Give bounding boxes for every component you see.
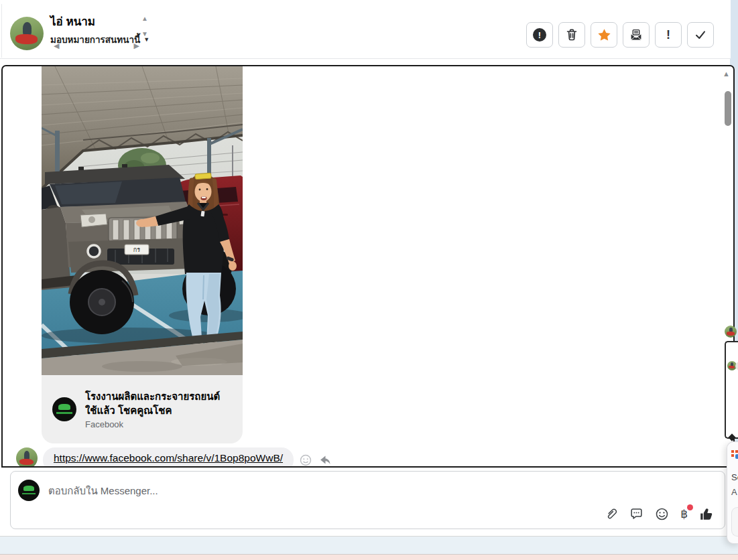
link-card-source: Facebook xyxy=(85,419,220,429)
step-up-icon[interactable]: ▲ xyxy=(141,15,148,22)
conversation-header: ไอ่ หนาม มอบหมายการสนทนานี้ ▼ ◀ ▶ ▲ ▼ ! xyxy=(0,0,731,59)
page-logo xyxy=(52,397,76,421)
header-stepper: ▲ ▼ xyxy=(141,15,148,38)
shared-link[interactable]: https://www.facebook.com/share/v/1Bop8po… xyxy=(54,452,283,464)
link-card-title-line2: ใช้แล้ว โชคคูณโชค xyxy=(85,405,172,416)
bottom-strip-blue xyxy=(0,536,738,554)
bottom-strip-pink xyxy=(0,554,738,560)
composer-page-logo xyxy=(18,480,40,501)
mark-unread-button[interactable] xyxy=(623,22,650,48)
message-bubble: https://www.facebook.com/share/v/1Bop8po… xyxy=(43,447,294,468)
trash-icon xyxy=(565,28,578,42)
payment-icon[interactable]: ฿ xyxy=(680,507,688,521)
like-thumb-icon[interactable] xyxy=(699,507,714,521)
add-reaction-icon[interactable] xyxy=(299,453,312,468)
step-down-icon[interactable]: ▼ xyxy=(141,31,148,38)
car-dealership-photo: กร xyxy=(42,66,243,375)
exclamation-icon: ! xyxy=(666,28,670,42)
reply-input[interactable] xyxy=(48,482,531,498)
reply-arrow-icon[interactable] xyxy=(318,453,332,468)
column-divider xyxy=(1,4,2,58)
link-preview-card[interactable]: โรงงานผลิตและกระจายรถยนต์ ใช้แล้ว โชคคูณ… xyxy=(42,375,243,443)
overlay-text-fragment-2: A xyxy=(731,487,737,497)
delete-button[interactable] xyxy=(558,22,585,48)
overlay-text-fragment-1: Se xyxy=(731,472,738,482)
overlay-extension-icon[interactable] xyxy=(731,450,738,459)
link-card-title-line1: โรงงานผลิตและกระจายรถยนต์ xyxy=(85,391,220,402)
star-button[interactable] xyxy=(591,22,617,48)
mark-done-button[interactable] xyxy=(687,22,714,48)
open-envelope-icon xyxy=(629,28,643,42)
baht-symbol: ฿ xyxy=(680,508,688,520)
prev-conversation-icon[interactable]: ◀ xyxy=(54,42,59,50)
scrollbar-thumb[interactable] xyxy=(725,91,731,126)
emoji-icon[interactable] xyxy=(655,507,669,521)
sender-avatar[interactable] xyxy=(16,447,38,468)
contact-name: ไอ่ หนาม xyxy=(50,12,95,30)
next-conversation-icon[interactable]: ▶ xyxy=(134,42,139,50)
notification-dot xyxy=(687,504,693,510)
contact-avatar[interactable] xyxy=(10,17,44,50)
exclamation-circle-icon: ! xyxy=(533,28,546,42)
composer-actions: ฿ xyxy=(604,507,714,521)
link-card-text: โรงงานผลิตและกระจายรถยนต์ ใช้แล้ว โชคคูณ… xyxy=(85,389,220,429)
composer-section: ฿ xyxy=(0,468,731,536)
link-card-title: โรงงานผลิตและกระจายรถยนต์ ใช้แล้ว โชคคูณ… xyxy=(85,389,220,417)
overlay-input-fragment[interactable] xyxy=(731,507,738,537)
saved-replies-icon[interactable] xyxy=(629,507,643,521)
scrollbar-up-icon[interactable]: ▲ xyxy=(723,70,730,78)
reply-composer[interactable]: ฿ xyxy=(10,471,725,529)
message-thread-panel: กร xyxy=(1,65,735,468)
conversation-pager: ◀ ▶ xyxy=(54,42,139,50)
check-icon xyxy=(694,28,707,42)
shared-video-thumbnail[interactable]: กร xyxy=(42,66,243,375)
overlay-avatar[interactable] xyxy=(725,326,737,338)
mark-important-button[interactable]: ! xyxy=(655,22,682,48)
overlay-popup-top[interactable] xyxy=(725,341,738,439)
conversation-toolbar: ! ! xyxy=(526,22,714,48)
link-message-row: https://www.facebook.com/share/v/1Bop8po… xyxy=(16,447,332,468)
messenger-conversation-view: ไอ่ หนาม มอบหมายการสนทนานี้ ▼ ◀ ▶ ▲ ▼ ! xyxy=(0,0,738,560)
license-plate-text: กร xyxy=(133,247,140,253)
report-spam-button[interactable]: ! xyxy=(526,22,553,48)
star-icon xyxy=(597,28,611,42)
shared-attachment-message: กร xyxy=(42,66,243,443)
attachment-icon[interactable] xyxy=(604,507,618,521)
